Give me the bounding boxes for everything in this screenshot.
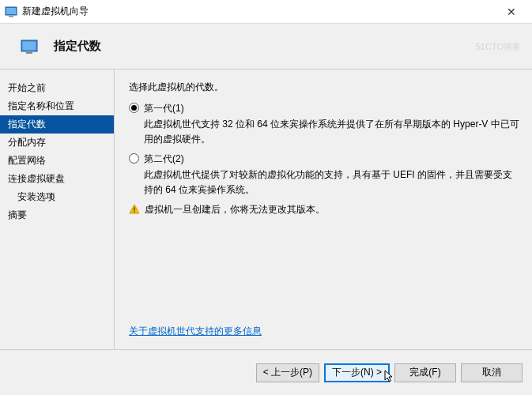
instruction-text: 选择此虚拟机的代数。 [129,81,519,94]
app-icon [5,6,17,18]
svg-rect-1 [6,8,16,14]
nav-summary[interactable]: 摘要 [0,206,114,224]
nav-generation[interactable]: 指定代数 [0,115,114,134]
wizard-content: 选择此虚拟机的代数。 第一代(1) 此虚拟机世代支持 32 位和 64 位来宾操… [115,70,532,349]
back-button[interactable]: < 上一步(P) [256,363,319,382]
svg-rect-4 [23,41,36,50]
radio-gen2-label: 第二代(2) [144,152,184,166]
nav-memory[interactable]: 分配内存 [0,134,114,152]
warning-text: 虚拟机一旦创建后，你将无法更改其版本。 [145,203,325,216]
radio-gen1[interactable] [129,103,139,113]
svg-rect-5 [26,52,32,54]
more-info-link[interactable]: 关于虚拟机世代支持的更多信息 [129,325,262,338]
nav-install-options[interactable]: 安装选项 [0,188,114,206]
warning-row: 虚拟机一旦创建后，你将无法更改其版本。 [129,203,519,216]
wizard-header: 指定代数 [0,24,532,70]
cancel-button[interactable]: 取消 [461,363,523,382]
radio-gen1-label: 第一代(1) [144,102,184,115]
nav-name-location[interactable]: 指定名称和位置 [0,97,114,115]
gen2-description: 此虚拟机世代提供了对较新的虚拟化功能的支持，具有基于 UEFI 的固件，并且需要… [144,167,519,197]
window-title: 新建虚拟机向导 [22,5,496,18]
page-title: 指定代数 [54,39,101,54]
nav-before-begin[interactable]: 开始之前 [0,79,114,97]
svg-rect-6 [134,208,134,211]
wizard-icon [21,38,38,55]
title-bar: 新建虚拟机向导 ✕ [0,0,532,24]
option-gen1-row[interactable]: 第一代(1) [129,102,519,115]
gen1-description: 此虚拟机世代支持 32 位和 64 位来宾操作系统并提供了在所有早期版本的 Hy… [144,117,519,146]
nav-vhd[interactable]: 连接虚拟硬盘 [0,170,114,188]
wizard-footer: < 上一步(P) 下一步(N) > 完成(F) 取消 [0,349,532,395]
finish-button[interactable]: 完成(F) [394,363,456,382]
radio-gen2[interactable] [129,153,139,164]
warning-icon [129,204,140,215]
nav-network[interactable]: 配置网络 [0,152,114,170]
wizard-body: 开始之前 指定名称和位置 指定代数 分配内存 配置网络 连接虚拟硬盘 安装选项 … [0,70,532,349]
svg-rect-2 [9,16,13,17]
option-gen2-row[interactable]: 第二代(2) [129,152,519,166]
svg-rect-7 [134,212,134,213]
close-button[interactable]: ✕ [496,6,527,18]
next-button[interactable]: 下一步(N) > [324,363,390,382]
wizard-nav: 开始之前 指定名称和位置 指定代数 分配内存 配置网络 连接虚拟硬盘 安装选项 … [0,70,115,349]
